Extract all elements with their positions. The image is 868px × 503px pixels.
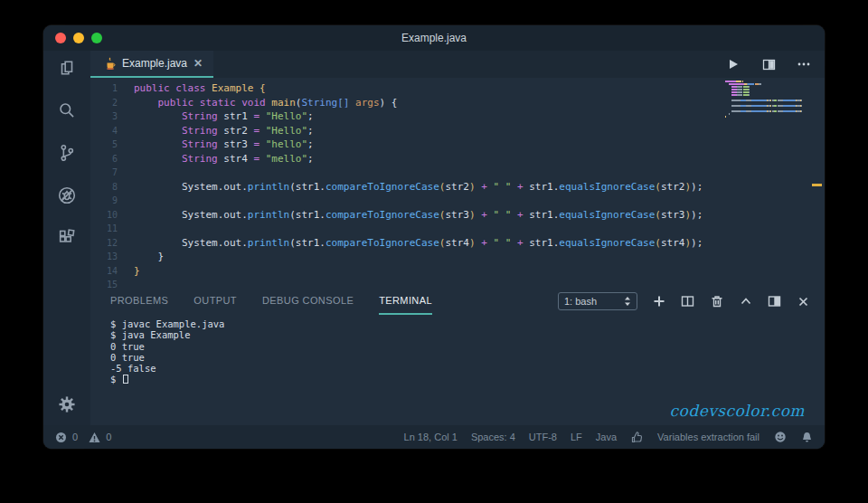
source-control-icon[interactable] [55,141,79,165]
line-number: 4 [90,124,118,138]
line-number: 2 [90,96,118,110]
close-panel-icon[interactable] [796,294,811,309]
problems-summary[interactable]: 0 0 [54,431,111,444]
status-item-lf[interactable]: LF [571,432,582,442]
status-bar: 0 0 Ln 18, Col 1Spaces: 4UTF-8LFJava Var… [43,425,825,449]
terminal-line: $ java Example [110,329,825,340]
new-terminal-icon[interactable] [651,294,666,309]
code-line[interactable]: 3 String str1 = "Hello"; [90,109,825,124]
tab-close-icon[interactable]: ✕ [193,57,203,70]
terminal-line: -5 false [110,363,825,374]
code-line[interactable]: 8 System.out.println(str1.compareToIgnor… [90,180,825,195]
warning-count: 0 [106,432,111,442]
split-editor-icon[interactable] [760,56,777,72]
code-line[interactable]: 6 String str4 = "mello"; [90,152,825,166]
code-text: String str1 = "Hello"; [134,109,314,124]
panel-tabs: PROBLEMSOUTPUTDEBUG CONSOLETERMINAL [110,288,432,315]
terminal-line: 0 true [110,341,825,352]
code-lines: 1public class Example {2 public static v… [90,81,825,288]
code-text: public class Example { [134,81,266,96]
line-number: 1 [90,81,118,96]
code-text: } [134,250,164,264]
code-text: String str4 = "mello"; [134,152,314,166]
code-text: public static void main(String[] args) { [134,96,397,110]
code-line[interactable]: 1public class Example { [90,81,825,96]
terminal-line: $ [110,374,825,384]
panel-tab-output[interactable]: OUTPUT [193,288,237,315]
line-number: 15 [90,278,118,288]
line-number: 10 [90,208,118,223]
smiley-icon[interactable] [773,431,787,444]
status-item-spaces-4[interactable]: Spaces: 4 [471,432,515,442]
code-line[interactable]: 4 String str2 = "Hello"; [90,124,825,138]
code-line[interactable]: 12 System.out.println(str1.compareToIgno… [90,236,825,251]
terminal-line: 0 true [110,352,825,363]
explorer-icon[interactable] [55,56,79,80]
line-number: 12 [90,236,118,251]
minimap[interactable] [725,81,807,121]
panel-tab-terminal[interactable]: TERMINAL [379,288,432,315]
line-number: 6 [90,152,118,166]
status-item-utf-8[interactable]: UTF-8 [529,432,557,442]
code-editor[interactable]: 1public class Example {2 public static v… [90,78,825,288]
extensions-icon[interactable] [55,226,79,250]
error-count: 0 [72,432,78,442]
status-item-ln-18-col-1[interactable]: Ln 18, Col 1 [404,432,458,442]
more-actions-icon[interactable] [796,56,812,72]
panel-tab-problems[interactable]: PROBLEMS [110,288,168,315]
code-line[interactable]: 9 [90,194,825,208]
code-line[interactable]: 14} [90,264,825,279]
title-bar: Example.java [43,25,825,51]
terminal-line: $ javac Example.java [110,318,825,329]
status-items: Ln 18, Col 1Spaces: 4UTF-8LFJava [404,432,618,442]
minimize-window-button[interactable] [73,33,84,43]
trash-icon[interactable] [709,294,724,309]
code-line[interactable]: 10 System.out.println(str1.compareToIgno… [90,208,825,223]
terminal-output[interactable]: $ javac Example.java$ java Example0 true… [90,315,825,385]
status-message[interactable]: Variables extraction fail [657,432,760,442]
run-icon[interactable] [725,56,741,72]
line-number: 5 [90,138,118,152]
line-number: 13 [90,250,118,264]
code-text: String str2 = "Hello"; [134,124,314,138]
gear-icon[interactable] [55,393,79,416]
code-line[interactable]: 13 } [90,250,825,264]
tab-example-java[interactable]: Example.java ✕ [90,51,213,78]
debug-icon[interactable] [55,184,79,207]
status-item-java[interactable]: Java [596,432,617,442]
window-title: Example.java [401,32,467,44]
line-number: 14 [90,264,118,279]
code-line[interactable]: 7 [90,166,825,180]
code-text: System.out.println(str1.compareToIgnoreC… [134,208,703,223]
activity-bar [43,51,90,425]
code-text: String str3 = "hello"; [134,138,314,152]
line-number: 8 [90,180,118,195]
terminal-cursor [123,375,128,384]
zoom-window-button[interactable] [91,33,102,43]
overview-ruler-marker [812,184,822,186]
code-line[interactable]: 15 [90,278,825,288]
terminal-shell-select[interactable]: 1: bash [558,292,637,310]
error-icon [54,431,68,444]
bottom-panel: PROBLEMSOUTPUTDEBUG CONSOLETERMINAL 1: b… [90,288,825,425]
thumbs-up-icon[interactable] [630,431,644,444]
search-icon[interactable] [55,99,79,122]
tab-label: Example.java [122,57,187,70]
split-terminal-icon[interactable] [680,294,695,309]
code-line[interactable]: 2 public static void main(String[] args)… [90,96,825,110]
line-number: 3 [90,109,118,124]
code-text: System.out.println(str1.compareToIgnoreC… [134,236,703,251]
watermark: codevscolor.com [670,402,806,420]
code-line[interactable]: 5 String str3 = "hello"; [90,138,825,152]
chevron-up-icon[interactable] [738,294,753,309]
close-window-button[interactable] [55,33,66,43]
code-line[interactable]: 11 [90,222,825,236]
line-number: 9 [90,194,118,208]
traffic-lights [55,33,102,43]
shell-select-value: 1: bash [564,296,597,307]
tab-bar: Example.java ✕ [90,51,825,78]
panel-tab-debug-console[interactable]: DEBUG CONSOLE [262,288,354,315]
java-file-icon [105,57,116,70]
maximize-panel-icon[interactable] [767,294,782,309]
bell-icon[interactable] [800,431,814,444]
